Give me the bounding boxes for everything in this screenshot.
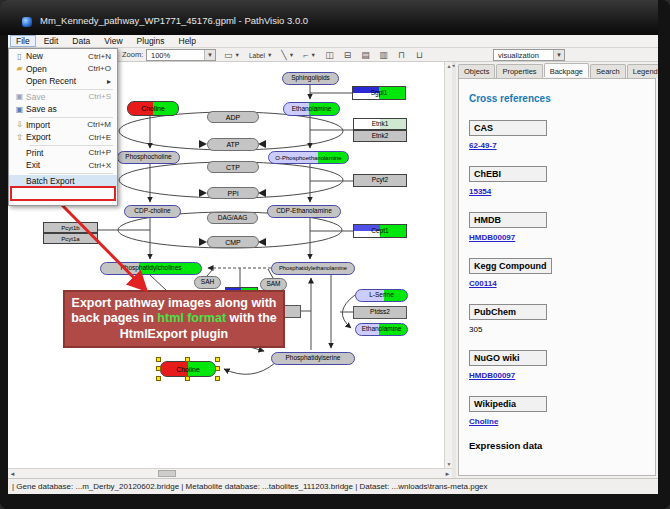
- zoom-label: Zoom:: [122, 50, 143, 59]
- node-adp[interactable]: ADP: [207, 111, 259, 123]
- scrollbar-thumb[interactable]: [158, 470, 176, 477]
- selection-handle[interactable]: [215, 376, 220, 381]
- menu-item-export[interactable]: ⇧ExportCtrl+E: [9, 131, 117, 144]
- scroll-right-icon[interactable]: ►: [443, 470, 452, 478]
- node-ethanolamine-bottom[interactable]: Ethanolamine: [355, 323, 408, 336]
- node-sah[interactable]: SAH: [194, 276, 221, 289]
- node-cmp[interactable]: CMP: [207, 236, 259, 248]
- node-choline-selected[interactable]: Choline: [160, 361, 216, 377]
- menu-item-print[interactable]: PrintCtrl+P: [9, 147, 117, 160]
- node-atp[interactable]: ATP: [207, 138, 259, 151]
- tab-search[interactable]: Search: [590, 64, 626, 78]
- menu-item-save[interactable]: ▣SaveCtrl+S: [9, 91, 117, 104]
- xref-link[interactable]: 15354: [469, 187, 645, 196]
- menu-item-help[interactable]: Help: [173, 35, 202, 47]
- tab-objects[interactable]: Objects: [458, 64, 495, 78]
- node-choline-top[interactable]: Choline: [127, 101, 179, 116]
- menu-separator: [29, 173, 113, 174]
- xref-link[interactable]: C00114: [469, 279, 645, 288]
- window-border: [0, 494, 670, 509]
- node-cdp-ethanolamine[interactable]: CDP-Ethanolamine: [267, 205, 341, 218]
- menu-item-file[interactable]: File: [10, 35, 36, 47]
- scroll-left-icon[interactable]: ◄: [8, 470, 17, 478]
- selection-handle[interactable]: [156, 357, 161, 362]
- menu-item-label: Export: [26, 132, 51, 142]
- node-phosphatidylethanolamine[interactable]: Phosphatidylethanolamine: [271, 262, 355, 275]
- chevron-down-icon[interactable]: ▼: [289, 52, 294, 58]
- selection-handle[interactable]: [156, 366, 161, 371]
- node-pcyt1b[interactable]: Pcyt1b: [43, 222, 98, 233]
- selection-handle[interactable]: [185, 357, 190, 362]
- distribute-vertical-button[interactable]: ▤: [358, 49, 373, 61]
- line-tool-button[interactable]: ╲▼: [278, 49, 297, 61]
- xref-link[interactable]: Choline: [469, 417, 645, 426]
- datanode-tool-button[interactable]: ▭▼: [221, 49, 243, 61]
- common-height-button[interactable]: ⊓: [394, 49, 409, 61]
- selection-handle[interactable]: [215, 366, 220, 371]
- file-menu: ▯NewCtrl+N▰OpenCtrl+OOpen Recent▸▣SaveCt…: [8, 48, 118, 206]
- xref-link[interactable]: HMDB00097: [469, 371, 645, 380]
- xref-link[interactable]: HMDB00097: [469, 233, 645, 242]
- node-cdp-choline[interactable]: CDP-choline: [124, 205, 181, 218]
- node-ppi[interactable]: PPi: [207, 187, 259, 199]
- menu-shortcut: Ctrl+S: [89, 92, 111, 101]
- vertical-scrollbar[interactable]: ▲ ▼: [444, 62, 452, 468]
- xref-section-nugo-wiki: NuGO wikiHMDB00097: [469, 347, 645, 380]
- chevron-down-icon[interactable]: ▼: [204, 50, 215, 60]
- node-o-phosphoethanolamine[interactable]: O-Phosphoethanolamine: [268, 151, 349, 164]
- node-phosphocholine[interactable]: Phosphocholine: [117, 151, 180, 164]
- node-sphingolipids[interactable]: Sphingolipids: [282, 72, 339, 85]
- menu-item-save-as[interactable]: ▣Save as: [9, 103, 117, 116]
- connector-tool-button[interactable]: ⌐▼: [300, 49, 319, 61]
- common-width-button[interactable]: ⊔: [412, 49, 427, 61]
- node-pcyt2[interactable]: Pcyt2: [353, 174, 407, 187]
- horizontal-scrollbar[interactable]: ◄ ►: [8, 468, 452, 478]
- align-center-horizontal-button[interactable]: ◫: [322, 49, 337, 61]
- chevron-down-icon[interactable]: ▼: [310, 52, 315, 58]
- node-ctp[interactable]: CTP: [207, 161, 259, 173]
- node-etnk1[interactable]: Etnk1: [353, 118, 407, 130]
- menu-item-label: New: [26, 51, 43, 61]
- menu-item-open-recent[interactable]: Open Recent▸: [9, 75, 117, 88]
- node-phosphatidylserine[interactable]: Phosphatidylserine: [271, 352, 355, 365]
- chevron-down-icon[interactable]: ▼: [553, 50, 564, 60]
- menu-item-data[interactable]: Data: [66, 35, 96, 47]
- menu-item-open[interactable]: ▰OpenCtrl+O: [9, 63, 117, 76]
- menu-separator: [29, 145, 113, 146]
- xref-database-name: ChEBI: [469, 166, 547, 182]
- xref-link[interactable]: 62-49-7: [469, 141, 645, 150]
- node-etnk2[interactable]: Etnk2: [353, 130, 407, 142]
- menu-item-view[interactable]: View: [98, 35, 128, 47]
- menu-shortcut: Ctrl+M: [87, 120, 111, 129]
- selection-handle[interactable]: [185, 376, 190, 381]
- menu-item-plugins[interactable]: Plugins: [131, 35, 171, 47]
- menu-item-new[interactable]: ▯NewCtrl+N: [9, 50, 117, 63]
- distribute-horizontal-button[interactable]: ▥: [376, 49, 391, 61]
- xref-database-name: NuGO wiki: [469, 350, 547, 366]
- menu-item-import[interactable]: ⇩ImportCtrl+M: [9, 119, 117, 132]
- node-phosphatidylcholines[interactable]: Phosphatidylcholines: [100, 262, 202, 275]
- node-cept1[interactable]: Cept1: [353, 224, 407, 238]
- menu-separator: [29, 117, 113, 118]
- title-bar[interactable]: Mm_Kennedy_pathway_WP1771_45176.gpml - P…: [0, 0, 670, 35]
- chevron-down-icon[interactable]: ▼: [235, 52, 240, 58]
- tab-properties[interactable]: Properties: [496, 64, 542, 78]
- node-ptdss2[interactable]: Ptdss2: [353, 306, 407, 319]
- menu-item-edit[interactable]: Edit: [38, 35, 65, 47]
- selection-handle[interactable]: [156, 376, 161, 381]
- visualization-combobox[interactable]: visualization ▼: [493, 49, 565, 61]
- node-l-serine[interactable]: L-Serine: [355, 289, 408, 302]
- selection-handle[interactable]: [215, 357, 220, 362]
- tab-backpage[interactable]: Backpage: [544, 63, 589, 77]
- node-ethanolamine-top[interactable]: Ethanolamine: [283, 102, 340, 116]
- align-center-vertical-button[interactable]: ⊟: [340, 49, 355, 61]
- node-sgpl1[interactable]: Sgpl1: [352, 86, 406, 100]
- chevron-down-icon[interactable]: ▼: [267, 52, 272, 58]
- node-pcyt1a[interactable]: Pcyt1a: [43, 233, 98, 244]
- menu-item-label: Open Recent: [26, 76, 76, 86]
- node-pisd-box[interactable]: [284, 305, 301, 318]
- node-dag-aag[interactable]: DAG/AAG: [207, 212, 258, 224]
- menu-item-exit[interactable]: ExitCtrl+X: [9, 159, 117, 172]
- label-tool-button[interactable]: Label▼: [246, 49, 275, 61]
- zoom-combobox[interactable]: 100% ▼: [146, 49, 216, 61]
